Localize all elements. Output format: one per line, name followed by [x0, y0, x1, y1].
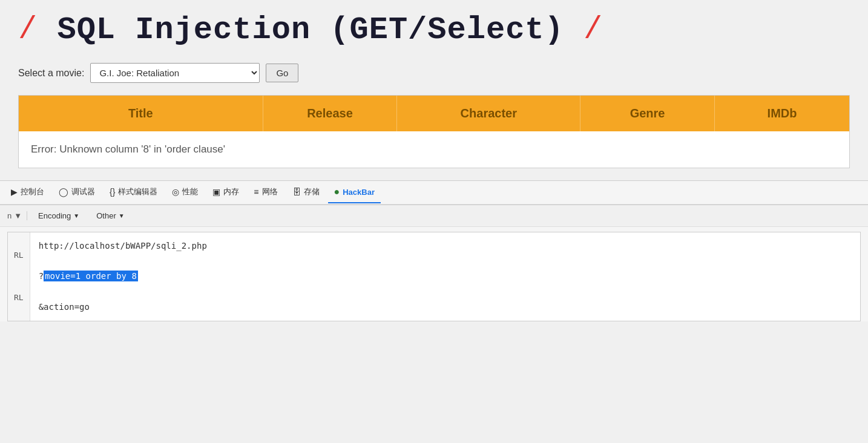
memory-icon: ▣ [212, 187, 220, 197]
hackbar-left-label-1: RL [14, 251, 24, 260]
performance-icon: ◎ [172, 187, 179, 197]
hackbar-other-arrow: ▼ [119, 212, 125, 219]
col-character: Character [397, 96, 580, 131]
hackbar-icon: ● [334, 186, 340, 197]
hackbar-other-label: Other [96, 211, 116, 220]
select-row: Select a movie: G.I. Joe: Retaliation Ir… [18, 63, 850, 83]
movie-select[interactable]: G.I. Joe: Retaliation Iron Man The Dark … [90, 63, 260, 83]
col-title: Title [19, 96, 263, 131]
page-title: / SQL Injection (GET/Select) / [18, 12, 850, 48]
hackbar-left-label-2: RL [14, 293, 24, 302]
devtools-tab-performance[interactable]: ◎ 性能 [166, 182, 204, 203]
network-icon: ≡ [254, 187, 258, 197]
debugger-label: 调试器 [71, 186, 95, 197]
hackbar-label[interactable]: HackBar [343, 188, 375, 197]
col-genre: Genre [580, 96, 715, 131]
hackbar-other-button[interactable]: Other ▼ [90, 209, 130, 223]
hackbar-encoding-arrow: ▼ [73, 212, 79, 219]
devtools-tab-storage[interactable]: 🗄 存储 [286, 182, 326, 203]
error-message: Error: Unknown column '8' in 'order clau… [31, 143, 225, 155]
results-table: Title Release Character Genre IMDb Error… [18, 95, 850, 168]
hackbar-n-arrow: ▼ [14, 211, 22, 220]
devtools-tab-memory[interactable]: ▣ 内存 [206, 182, 245, 203]
console-icon: ▶ [11, 187, 18, 197]
devtools-tab-style[interactable]: {} 样式编辑器 [104, 182, 163, 203]
url-line-3: &action=go [39, 300, 852, 315]
table-body: Error: Unknown column '8' in 'order clau… [19, 131, 849, 168]
storage-icon: 🗄 [292, 187, 301, 197]
hackbar-toolbar: n ▼ Encoding ▼ Other ▼ [0, 205, 868, 227]
style-label: 样式编辑器 [118, 186, 157, 197]
devtools-tab-console[interactable]: ▶ 控制台 [5, 182, 50, 203]
hackbar-url-container: RL RL http://localhost/bWAPP/sqli_2.php … [7, 232, 861, 321]
hackbar-panel: n ▼ Encoding ▼ Other ▼ RL RL http://loca… [0, 205, 868, 321]
memory-label: 内存 [223, 186, 239, 197]
devtools-tab-hackbar[interactable]: ● HackBar [328, 182, 381, 203]
url-line-2: ?movie=1 order by 8 [39, 269, 852, 284]
style-icon: {} [110, 187, 115, 197]
url-line-1: http://localhost/bWAPP/sqli_2.php [39, 238, 852, 254]
url-line-2-prefix: ? [39, 271, 44, 281]
hackbar-encoding-button[interactable]: Encoding ▼ [32, 209, 85, 223]
devtools-bar: ▶ 控制台 ◯ 调试器 {} 样式编辑器 ◎ 性能 ▣ 内存 ≡ 网络 🗄 存储… [0, 180, 868, 205]
hackbar-url-content[interactable]: http://localhost/bWAPP/sqli_2.php ?movie… [30, 232, 860, 321]
title-slash-right: / [584, 12, 603, 48]
network-label: 网络 [262, 186, 278, 197]
col-release: Release [263, 96, 398, 131]
table-header: Title Release Character Genre IMDb [19, 96, 849, 131]
select-label: Select a movie: [18, 68, 84, 79]
title-slash-left: / [18, 12, 38, 48]
devtools-tab-debugger[interactable]: ◯ 调试器 [53, 182, 101, 203]
devtools-tab-network[interactable]: ≡ 网络 [248, 182, 283, 203]
col-imdb: IMDb [715, 96, 849, 131]
storage-label: 存储 [304, 186, 320, 197]
debugger-icon: ◯ [59, 187, 68, 197]
url-line-2-highlighted: movie=1 order by 8 [44, 271, 138, 281]
performance-label: 性能 [182, 186, 198, 197]
hackbar-n-label: n [7, 211, 12, 220]
console-label: 控制台 [21, 186, 44, 197]
hackbar-encoding-label: Encoding [38, 211, 71, 220]
main-content: / SQL Injection (GET/Select) / Select a … [0, 0, 868, 180]
go-button[interactable]: Go [266, 64, 298, 82]
